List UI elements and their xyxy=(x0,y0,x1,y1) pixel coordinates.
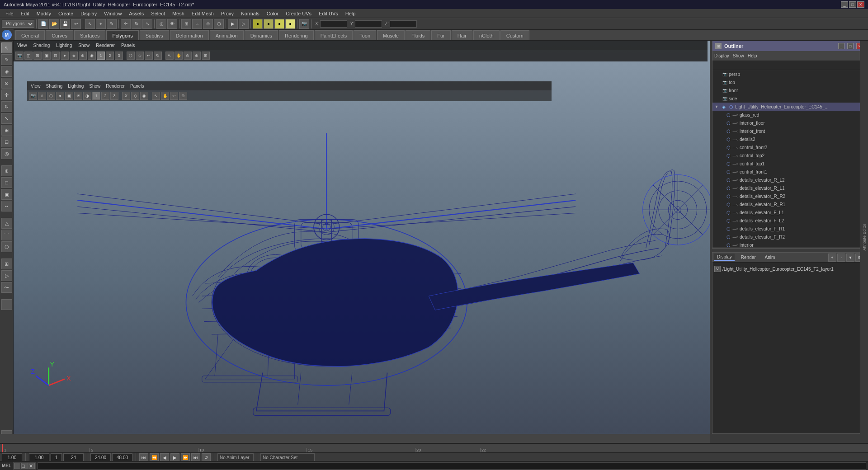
menu-assets[interactable]: Assets xyxy=(125,9,147,18)
menu-display[interactable]: Display xyxy=(77,9,100,18)
vp-shadow-btn[interactable]: ◑ xyxy=(83,92,91,100)
current-frame-input[interactable]: 1.00 xyxy=(2,453,22,461)
new-scene-btn[interactable]: 📄 xyxy=(38,19,48,29)
vp-tb-20[interactable]: ✋ xyxy=(175,52,183,60)
camera-btn[interactable]: 📷 xyxy=(299,19,309,29)
light4-btn[interactable]: ● xyxy=(285,19,295,29)
close-btn[interactable]: ✕ xyxy=(857,1,864,8)
ol-menu-show[interactable]: Show xyxy=(733,53,744,58)
ol-menu-help[interactable]: Help xyxy=(748,53,757,58)
vp-grid-btn[interactable]: # xyxy=(38,92,46,100)
menu-mesh[interactable]: Mesh xyxy=(169,9,188,18)
vp-tb-3[interactable]: ⊞ xyxy=(33,52,42,60)
x-input[interactable] xyxy=(320,20,347,28)
tab-curves[interactable]: Curves xyxy=(46,30,73,40)
vp-tb-5[interactable]: ⊟ xyxy=(52,52,60,60)
ipr-btn[interactable]: ▷ xyxy=(239,19,249,29)
tab-hair[interactable]: Hair xyxy=(452,30,472,40)
mel-input[interactable] xyxy=(38,462,866,470)
vp-menu-renderer[interactable]: Renderer xyxy=(106,84,125,89)
vpmenu-panels[interactable]: Panels xyxy=(121,43,135,48)
select-mode-btn[interactable]: ↖ xyxy=(1,42,12,53)
vpmenu-show[interactable]: Show xyxy=(78,43,90,48)
ol-item-interior-floor[interactable]: ⬡ —○ interior_floor xyxy=(712,119,865,127)
vp-tb-22[interactable]: ⊕ xyxy=(193,52,201,60)
vp-textured-btn[interactable]: ▣ xyxy=(65,92,73,100)
tab-custom[interactable]: Custom xyxy=(500,30,529,40)
vp-highlight-btn[interactable]: ◉ xyxy=(140,92,148,100)
menu-normals[interactable]: Normals xyxy=(237,9,263,18)
sculpt-btn[interactable]: ⊙ xyxy=(1,78,12,89)
soft-mod-btn[interactable]: ◎ xyxy=(156,19,166,29)
tab-muscle[interactable]: Muscle xyxy=(377,30,405,40)
render-btn[interactable]: ▶ xyxy=(228,19,238,29)
ol-item-top[interactable]: 📷 top xyxy=(712,78,865,86)
minimize-btn[interactable]: _ xyxy=(841,1,848,8)
soft-select-btn[interactable]: ◎ xyxy=(1,148,12,159)
snap-point-btn[interactable]: ⊕ xyxy=(203,19,213,29)
tab-fur[interactable]: Fur xyxy=(431,30,451,40)
move-tool-btn[interactable]: ✛ xyxy=(121,19,131,29)
anim-btn[interactable]: ▷ xyxy=(1,270,12,281)
go-start-btn[interactable]: ⏮ xyxy=(139,453,148,461)
ol-item-det-elev-rl2[interactable]: ⬡ —○ details_elevator_R_L2 xyxy=(712,176,865,184)
vp-tb-19[interactable]: ↖ xyxy=(165,52,174,60)
universal-manip-btn[interactable]: ⊞ xyxy=(1,125,12,136)
scale-tool-btn[interactable]: ⤡ xyxy=(142,19,152,29)
layers-tab-render[interactable]: Render xyxy=(738,254,759,261)
ol-item-det-elev-rr1[interactable]: ⬡ —○ details_elevator_R_R1 xyxy=(712,200,865,208)
tab-fluids[interactable]: Fluids xyxy=(406,30,430,40)
vp-tb-2[interactable]: ◫ xyxy=(24,52,33,60)
vp-tb-6[interactable]: ● xyxy=(61,52,69,60)
measure-btn[interactable]: ↔ xyxy=(1,201,12,212)
dyn-btn[interactable]: 〜 xyxy=(1,282,12,293)
paint-brush-btn[interactable]: ✎ xyxy=(1,54,12,65)
light1-btn[interactable]: ● xyxy=(253,19,263,29)
range-start-input[interactable]: 1.00 xyxy=(29,453,49,461)
create-poly-btn[interactable]: △ xyxy=(1,218,12,229)
vp-menu-lighting[interactable]: Lighting xyxy=(68,84,84,89)
vp-rough-btn[interactable]: 2 xyxy=(101,92,109,100)
step-back-btn[interactable]: ⏪ xyxy=(150,453,159,461)
menu-modify[interactable]: Modify xyxy=(33,9,55,18)
snap-together-btn[interactable]: ⊟ xyxy=(1,136,12,147)
ol-menu-display[interactable]: Display xyxy=(714,53,729,58)
mode-selector[interactable]: Polygons xyxy=(2,20,34,28)
ol-item-control-front2[interactable]: ⬡ —○ control_front2 xyxy=(712,143,865,151)
ol-item-interior[interactable]: ⬡ —○ interior xyxy=(712,241,865,247)
ol-item-interior-front[interactable]: ⬡ —○ interior_front xyxy=(712,127,865,135)
vp-orbit-btn[interactable]: ↩ xyxy=(170,92,178,100)
range-end-input[interactable]: 24 xyxy=(63,453,84,461)
outliner-search-input[interactable] xyxy=(712,61,865,70)
timeline-ruler[interactable]: 1 5 10 15 20 22 xyxy=(0,444,868,453)
vpmenu-shading[interactable]: Shading xyxy=(33,43,50,48)
ol-item-side[interactable]: 📷 side xyxy=(712,94,865,103)
layer-v-btn[interactable]: V xyxy=(714,266,721,272)
tab-polygons[interactable]: Polygons xyxy=(106,30,138,40)
ol-item-helicopter-group[interactable]: ▼ ◈ ⬡ Light_Utility_Helicopter_Eurocopte… xyxy=(712,103,865,111)
loop-btn[interactable]: ↺ xyxy=(202,453,211,461)
light3-btn[interactable]: ● xyxy=(274,19,284,29)
layers-tab-anim[interactable]: Anim xyxy=(762,254,778,261)
lasso-tool-btn[interactable]: ⌖ xyxy=(96,19,106,29)
vp-zoom-btn[interactable]: ⊕ xyxy=(179,92,187,100)
y-input[interactable] xyxy=(355,20,382,28)
layer-delete-btn[interactable]: - xyxy=(837,254,845,262)
tab-painteffects[interactable]: PaintEffects xyxy=(315,30,353,40)
mel-btn2[interactable]: □ xyxy=(21,463,28,469)
camera-ops-btn[interactable]: □ xyxy=(1,177,12,188)
range-step-input[interactable]: 1 xyxy=(51,453,62,461)
poly-ops-btn[interactable]: ◈ xyxy=(1,66,12,77)
ol-item-det-elev-rl1[interactable]: ⬡ —○ details_elevator_R_L1 xyxy=(712,184,865,192)
tab-animation[interactable]: Animation xyxy=(210,30,244,40)
vp-camera-btn[interactable]: 📷 xyxy=(29,92,37,100)
open-scene-btn[interactable]: 📂 xyxy=(49,19,59,29)
tab-dynamics[interactable]: Dynamics xyxy=(245,30,278,40)
tab-ncloth[interactable]: nCloth xyxy=(473,30,500,40)
ol-item-det-elev-fl1[interactable]: ⬡ —○ details_elevator_F_L1 xyxy=(712,208,865,216)
fps-end-input[interactable]: 48.00 xyxy=(112,453,132,461)
outliner-minimize-btn[interactable]: _ xyxy=(838,43,844,49)
menu-window[interactable]: Window xyxy=(100,9,125,18)
play-back-btn[interactable]: ◀ xyxy=(160,453,169,461)
ol-item-det-elev-fr1[interactable]: ⬡ —○ details_elevator_F_R1 xyxy=(712,225,865,233)
